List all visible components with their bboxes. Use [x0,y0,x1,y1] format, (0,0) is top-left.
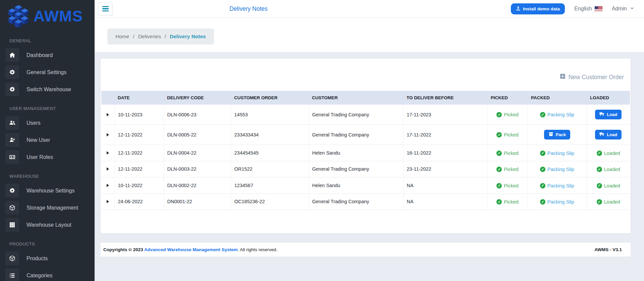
cell-date: 10-11-2022 [114,177,164,194]
check-circle-icon: ✓ [540,183,545,188]
sidebar-item-categories[interactable]: Categories [0,267,95,281]
cell-customer: General Trading Company [309,161,403,177]
cell-to-deliver-before: NA [403,177,487,194]
cell-to-deliver-before: 17-11-2023 [403,105,487,125]
breadcrumb-current: Delivery Notes [170,34,206,40]
status-label: Picked [504,183,519,188]
sidebar-toggle-button hamburger-icon[interactable] [98,2,113,16]
footer: Copyrights © 2023 Advanced Warehouse Man… [101,242,631,257]
cell-customer: General Trading Company [309,125,403,145]
sidebar-item-label: User Roles [26,154,53,160]
awms-footer-link[interactable]: Advanced Warehouse Management System [144,247,238,252]
cell-date: 12-11-2022 [114,145,164,161]
cell-loaded: ✓Loaded [587,193,630,210]
gear-icon [5,184,19,198]
new-customer-order-label: New Customer Order [569,74,624,81]
breadcrumb-deliveries[interactable]: Deliveries [138,34,161,40]
breadcrumb-separator: / [133,34,134,40]
status-badge: ✓Picked [496,151,519,156]
install-demo-data-button[interactable]: Install demo data [511,3,565,14]
load-button[interactable]: Load [595,130,622,139]
packing-slip-link[interactable]: ✓Packing Slip [540,151,574,156]
sidebar-item-warehouse-layout[interactable]: Warehouse Layout [0,216,95,233]
status-label: Picked [504,199,519,205]
breadcrumb: Home / Deliveries / Delivery Notes [107,29,214,45]
sidebar-item-general-settings[interactable]: General Settings [0,64,95,81]
check-circle-icon: ✓ [540,112,545,117]
truck-icon [599,112,604,117]
sidebar-item-products[interactable]: Products [0,250,95,267]
sidebar-item-label: Switch Warehouse [26,87,71,93]
packing-slip-link[interactable]: ✓Packing Slip [540,112,574,117]
copyright-text: Copyrights © 2023 Advanced Warehouse Man… [103,247,277,252]
expand-row-button caret-right-icon[interactable] [107,113,109,116]
cell-picked: ✓Picked [487,193,528,210]
sidebar-item-users[interactable]: Users [0,114,95,131]
expand-row-button caret-right-icon[interactable] [107,133,109,136]
sidebar-item-label: Users [26,120,41,126]
column-header-delivery-code: DELIVERY CODE [164,91,231,105]
sidebar-item-label: Categories [26,273,52,279]
cell-delivery-code: DLN-0002-22 [164,177,231,194]
expand-row-button caret-right-icon[interactable] [107,167,109,171]
packing-slip-link[interactable]: ✓Packing Slip [540,167,574,172]
packing-slip-link[interactable]: ✓Packing Slip [540,183,574,188]
check-circle-icon: ✓ [540,199,545,205]
check-circle-icon: ✓ [597,183,602,188]
cube-icon [5,201,19,215]
sidebar-item-warehouse-settings[interactable]: Warehouse Settings [0,182,95,199]
sidebar-item-new-user[interactable]: New User [0,131,95,149]
cell-customer: Helen Sandu [309,177,403,194]
cubes-logo-icon [7,4,30,28]
expand-row-button caret-right-icon[interactable] [107,200,109,203]
cell-customer-order: 1234567 [231,177,309,194]
check-circle-icon: ✓ [540,151,545,156]
cell-loaded: ✓Loaded [587,161,630,177]
cell-picked: ✓Picked [487,125,528,145]
check-circle-icon: ✓ [496,167,502,172]
cell-picked: ✓Picked [487,177,528,194]
cell-packed: ✓Packing Slip [528,161,587,177]
cell-packed: Pack [528,125,587,145]
sidebar-item-storage-management[interactable]: Storage Management [0,199,95,216]
id-card-icon [5,150,19,164]
user-menu[interactable]: Admin [612,6,635,12]
load-button[interactable]: Load [595,110,622,119]
expand-row-button caret-right-icon[interactable] [107,184,109,187]
status-label: Picked [504,151,519,156]
packing-slip-link[interactable]: ✓Packing Slip [540,199,574,205]
pack-button[interactable]: Pack [544,130,570,139]
check-circle-icon: ✓ [597,151,602,156]
sidebar-item-switch-warehouse[interactable]: Switch Warehouse [0,81,95,98]
cell-to-deliver-before: 16-11-2022 [403,145,487,161]
app-logo[interactable]: AWMS [0,0,95,30]
status-label: Packing Slip [547,199,574,205]
column-header-expand [101,91,114,105]
status-badge: ✓Loaded [597,183,620,188]
cell-customer-order: 233433434 [231,125,309,145]
status-badge: ✓Picked [496,167,519,172]
cell-customer-order: OC185236-22 [231,193,309,210]
column-header-picked: PICKED [487,91,528,105]
home-icon [5,48,19,62]
version-label: AWMS - V3.1 [594,247,622,252]
language-selector[interactable]: English [574,6,602,12]
breadcrumb-home[interactable]: Home [115,34,129,40]
sidebar-item-label: New User [26,137,50,143]
expand-row-button caret-right-icon[interactable] [107,151,109,155]
cell-picked: ✓Picked [487,145,528,161]
truck-icon [599,132,604,137]
cell-customer-order: OR1522 [231,161,309,177]
cell-customer-order: 14553 [231,105,309,125]
app-name: AWMS [34,7,83,25]
sidebar-item-user-roles[interactable]: User Roles [0,149,95,166]
section-label-warehouse: WAREHOUSE [0,166,95,182]
cell-packed: ✓Packing Slip [528,177,587,194]
button-label: Load [607,112,617,117]
check-circle-icon: ✓ [496,112,502,117]
sidebar-item-dashboard[interactable]: Dashboard [0,47,95,64]
new-customer-order-button[interactable]: New Customer Order [560,73,624,81]
install-demo-data-label: Install demo data [523,6,560,11]
column-header-to-deliver-before: TO DELIVER BEFORE [403,91,487,105]
column-header-packed: PACKED [528,91,587,105]
